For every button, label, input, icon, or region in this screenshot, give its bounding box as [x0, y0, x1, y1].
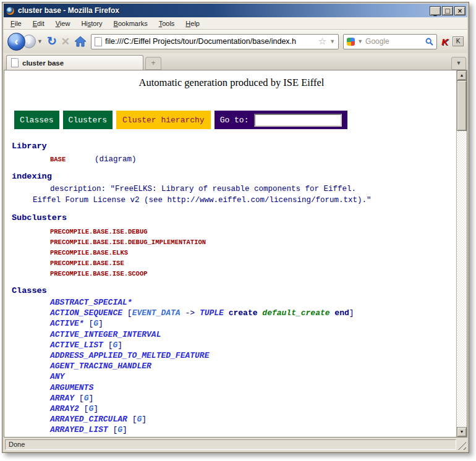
- address-dropdown-icon[interactable]: ▼: [329, 38, 335, 44]
- close-button[interactable]: ×: [454, 6, 465, 15]
- resize-grip[interactable]: [457, 441, 466, 450]
- list-all-tabs-button[interactable]: ▼: [451, 57, 466, 70]
- clusters-button[interactable]: Clusters: [63, 111, 113, 129]
- goto-input[interactable]: [254, 114, 342, 127]
- history-dropdown-icon[interactable]: ▼: [37, 38, 43, 44]
- search-box[interactable]: ▼: [343, 34, 437, 49]
- menu-history[interactable]: History: [75, 18, 108, 29]
- cluster-hierarchy-button[interactable]: Cluster hierarchy: [116, 111, 211, 129]
- menu-file[interactable]: File: [5, 18, 27, 29]
- k-toolbar-button[interactable]: K: [453, 36, 464, 46]
- generic-param-link[interactable]: G: [93, 319, 98, 328]
- library-heading: Library: [12, 142, 451, 151]
- doc-nav-row: Classes Clusters Cluster hierarchy Go to…: [14, 111, 451, 129]
- library-name-link[interactable]: BASE: [50, 156, 95, 163]
- class-link[interactable]: ARRAYED_LIST: [50, 425, 108, 434]
- kaspersky-icon[interactable]: K: [441, 36, 448, 47]
- address-input[interactable]: [105, 37, 315, 46]
- scrollbar-thumb[interactable]: [457, 80, 467, 131]
- generic-param-link[interactable]: EVENT_DATA: [132, 308, 181, 318]
- subcluster-link[interactable]: PRECOMPILE.BASE.ISE: [50, 258, 451, 269]
- class-link[interactable]: ACTION_SEQUENCE: [50, 308, 122, 318]
- reload-button[interactable]: ↻: [47, 35, 57, 48]
- class-entry: ACTIVE_INTEGER_INTERVAL: [50, 329, 451, 340]
- menu-view[interactable]: View: [50, 18, 76, 29]
- library-diagram-link[interactable]: (diagram): [95, 155, 137, 164]
- library-entry: BASE (diagram): [50, 155, 451, 164]
- engine-dropdown-icon[interactable]: ▼: [357, 38, 363, 44]
- subcluster-link[interactable]: PRECOMPILE.BASE.ELKS: [50, 248, 451, 258]
- class-link[interactable]: ARRAYED_LIST_CURSOR: [50, 436, 142, 437]
- firefox-window: cluster base - Mozilla Firefox _ □ × Fil…: [2, 2, 469, 453]
- feature-link[interactable]: default_create: [262, 308, 329, 318]
- subcluster-link[interactable]: PRECOMPILE.BASE.ISE.SCOOP: [50, 269, 451, 279]
- menu-help[interactable]: Help: [180, 18, 205, 29]
- home-button[interactable]: [74, 36, 87, 47]
- vertical-scrollbar[interactable]: ▲ ▼: [456, 70, 467, 437]
- class-link[interactable]: ACTIVE_LIST: [50, 340, 103, 350]
- scroll-up-button[interactable]: ▲: [457, 70, 467, 80]
- maximize-button[interactable]: □: [442, 6, 453, 15]
- class-entry: ACTION_SEQUENCE [EVENT_DATA -> TUPLE cre…: [50, 308, 451, 318]
- back-button[interactable]: ‹: [7, 33, 25, 51]
- class-entry: ARRAY2 [G]: [50, 404, 451, 414]
- class-link[interactable]: TUPLE: [200, 308, 224, 318]
- page-favicon: [95, 37, 102, 46]
- window-title: cluster base - Mozilla Firefox: [18, 6, 430, 15]
- generic-param-link[interactable]: G: [117, 425, 122, 434]
- subcluster-link[interactable]: PRECOMPILE.BASE.ISE.DEBUG: [50, 227, 451, 237]
- search-icon[interactable]: [425, 38, 433, 46]
- class-link[interactable]: ARRAY2: [50, 404, 79, 413]
- class-entry: AGENT_TRACING_HANDLER: [50, 361, 451, 371]
- class-entry: ARRAYED_LIST_CURSOR: [50, 435, 451, 437]
- class-entry: ANY: [50, 371, 451, 382]
- google-engine-icon: [347, 38, 355, 46]
- class-link[interactable]: ANY: [50, 372, 64, 381]
- class-link[interactable]: ACTIVE_INTEGER_INTERVAL: [50, 330, 161, 339]
- scrollbar-track[interactable]: [457, 131, 467, 427]
- tab-page-icon: [11, 58, 19, 67]
- class-link[interactable]: ARGUMENTS: [50, 383, 93, 392]
- firefox-icon: [6, 6, 15, 15]
- classes-list: ABSTRACT_SPECIAL*ACTION_SEQUENCE [EVENT_…: [12, 297, 451, 437]
- new-tab-button[interactable]: +: [145, 57, 161, 70]
- class-link[interactable]: ADDRESS_APPLIED_TO_MELTED_FEATURE: [50, 351, 209, 360]
- menu-bookmarks[interactable]: Bookmarks: [108, 18, 153, 29]
- class-link[interactable]: ARRAY: [50, 394, 74, 403]
- subcluster-link[interactable]: PRECOMPILE.BASE.ISE.DEBUG_IMPLEMENTATION: [50, 237, 451, 248]
- address-bar[interactable]: ☆ ▼: [91, 34, 339, 49]
- status-bar: Done: [4, 438, 467, 451]
- class-link[interactable]: AGENT_TRACING_HANDLER: [50, 362, 151, 371]
- tab-bar: cluster base + ▼: [4, 53, 467, 70]
- menu-bar: FileEditViewHistoryBookmarksToolsHelp: [4, 17, 467, 30]
- class-entry: ACTIVE_LIST [G]: [50, 340, 451, 350]
- tab-cluster-base[interactable]: cluster base: [6, 55, 143, 70]
- title-bar[interactable]: cluster base - Mozilla Firefox _ □ ×: [4, 4, 467, 17]
- stop-button[interactable]: ✕: [61, 35, 70, 48]
- indexing-heading: indexing: [12, 172, 451, 181]
- class-entry: ARRAY [G]: [50, 393, 451, 404]
- class-link[interactable]: ABSTRACT_SPECIAL*: [50, 298, 132, 307]
- navigation-toolbar: ‹ › ▼ ↻ ✕ ☆ ▼ ▼ K K: [4, 30, 467, 53]
- class-entry: ARRAYED_LIST [G]: [50, 425, 451, 435]
- subclusters-list: PRECOMPILE.BASE.ISE.DEBUGPRECOMPILE.BASE…: [12, 227, 451, 279]
- indexing-description-line1: description: "FreeELKS: Library of reusa…: [50, 185, 451, 193]
- indexing-description-line2: Eiffel Forum License v2 (see http://www.…: [33, 196, 451, 205]
- classes-button[interactable]: Classes: [14, 111, 59, 129]
- search-input[interactable]: [365, 37, 423, 46]
- minimize-button[interactable]: _: [430, 6, 441, 15]
- class-link[interactable]: ACTIVE*: [50, 319, 84, 328]
- goto-label: Go to:: [220, 116, 249, 125]
- class-entry: ACTIVE* [G]: [50, 318, 451, 329]
- menu-edit[interactable]: Edit: [27, 18, 50, 29]
- bookmark-star-icon[interactable]: ☆: [318, 36, 326, 47]
- goto-box: Go to:: [215, 111, 348, 129]
- classes-heading: Classes: [12, 286, 451, 295]
- home-icon: [74, 36, 87, 47]
- scroll-down-button[interactable]: ▼: [457, 427, 467, 437]
- class-link[interactable]: ARRAYED_CIRCULAR: [50, 415, 127, 424]
- class-entry: ARGUMENTS: [50, 383, 451, 393]
- menu-tools[interactable]: Tools: [153, 18, 181, 29]
- status-text: Done: [5, 439, 456, 450]
- tab-label: cluster base: [22, 59, 64, 67]
